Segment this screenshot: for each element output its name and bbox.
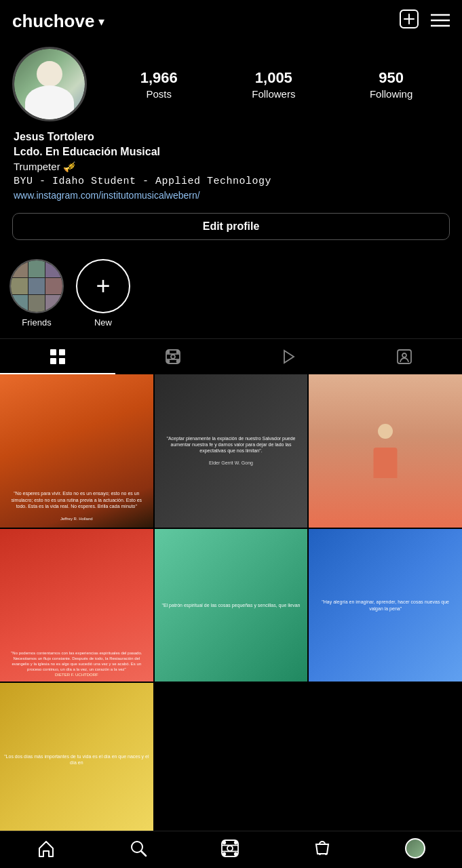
profile-avatar-nav — [405, 838, 425, 859]
svg-point-15 — [177, 361, 179, 363]
post-text-1: "No esperes para vivir. Esto no es un en… — [5, 490, 148, 521]
grid-post-7[interactable]: "Los dos días más importantes de tu vida… — [0, 683, 153, 836]
friends-grid — [11, 260, 62, 312]
following-count: 950 — [379, 69, 404, 87]
svg-rect-8 — [50, 358, 56, 364]
avatar[interactable] — [12, 47, 87, 121]
posts-label: Posts — [146, 88, 172, 100]
posts-count: 1,966 — [140, 69, 178, 87]
svg-point-28 — [235, 853, 237, 856]
grid-post-2[interactable]: "Aceptar plenamente la expiación de nues… — [155, 374, 308, 528]
nav-reels[interactable] — [220, 839, 239, 858]
bottom-navigation — [0, 831, 462, 868]
add-post-icon[interactable] — [400, 9, 419, 33]
tab-tagged[interactable] — [347, 339, 462, 374]
svg-point-27 — [223, 853, 226, 856]
tab-reels[interactable] — [115, 339, 231, 374]
highlight-label-friends: Friends — [22, 317, 51, 328]
highlight-item-friends[interactable]: Friends — [9, 259, 64, 328]
menu-icon[interactable] — [431, 11, 450, 32]
friends-cell — [11, 295, 28, 312]
nav-home[interactable] — [37, 839, 56, 858]
highlight-circle-friends — [9, 259, 64, 313]
svg-rect-19 — [398, 350, 411, 363]
bio-school: BYU - Idaho Student - Applied Technology — [14, 176, 448, 187]
bio-emoji-line: Trumpeter 🎺 — [14, 161, 448, 173]
following-stat[interactable]: 950 Following — [370, 69, 412, 100]
friends-cell — [28, 295, 45, 312]
followers-label: Followers — [252, 88, 295, 100]
post-text-5: "El patrón espiritual de las cosas peque… — [161, 602, 300, 608]
highlight-label-new: New — [94, 317, 112, 328]
svg-rect-9 — [59, 358, 65, 364]
tab-grid[interactable] — [0, 339, 115, 374]
nav-search[interactable] — [129, 839, 148, 858]
friends-cell — [45, 295, 62, 312]
grid-post-3[interactable] — [309, 374, 462, 528]
post-text-7: "Los dos días más importantes de tu vida… — [4, 753, 149, 766]
top-navigation: chuchove ▾ — [0, 0, 462, 40]
highlight-circle-new: + — [76, 259, 130, 313]
friends-cell — [11, 278, 28, 295]
nav-profile[interactable] — [405, 838, 425, 859]
post-text-6: "Hay alegría en imaginar, aprender, hace… — [314, 599, 457, 611]
svg-point-26 — [235, 842, 237, 844]
grid-post-1[interactable]: "No esperes para vivir. Esto no es un en… — [0, 374, 153, 528]
svg-point-14 — [168, 361, 170, 363]
grid-post-5[interactable]: "El patrón espiritual de las cosas peque… — [155, 529, 308, 682]
svg-point-12 — [168, 351, 170, 353]
svg-point-32 — [325, 853, 327, 855]
top-nav-actions — [400, 9, 450, 33]
friends-cell — [28, 260, 45, 277]
svg-point-20 — [402, 353, 406, 357]
followers-stat[interactable]: 1,005 Followers — [252, 69, 295, 100]
nav-shop[interactable] — [313, 839, 332, 858]
svg-point-13 — [177, 351, 179, 353]
svg-point-25 — [223, 842, 226, 844]
grid-post-4[interactable]: "No podemos contentarnos con las experie… — [0, 529, 153, 682]
photo-grid: "No esperes para vivir. Esto no es un en… — [0, 374, 462, 836]
highlights-section: Friends + New — [0, 252, 462, 338]
stats-row: 1,966 Posts 1,005 Followers 950 Followin… — [103, 69, 450, 100]
bio-title: Lcdo. En Educación Musical — [14, 146, 448, 158]
post-text-4: "No podemos contentarnos con las experie… — [4, 651, 149, 677]
friends-cell — [11, 260, 28, 277]
post-text-2: "Aceptar plenamente la expiación de nues… — [160, 435, 303, 466]
profile-top-row: 1,966 Posts 1,005 Followers 950 Followin… — [12, 47, 450, 121]
avatar-image — [14, 49, 85, 119]
friends-cell — [45, 278, 62, 295]
friends-cell — [28, 278, 45, 295]
svg-point-24 — [227, 846, 233, 851]
tabs-section — [0, 338, 462, 374]
svg-line-22 — [141, 851, 146, 856]
profile-section: 1,966 Posts 1,005 Followers 950 Followin… — [0, 40, 462, 252]
username: chuchove — [12, 11, 94, 32]
posts-stat[interactable]: 1,966 Posts — [140, 69, 178, 100]
bio-section: Jesus Tortolero Lcdo. En Educación Music… — [12, 131, 450, 201]
grid-post-6[interactable]: "Hay alegría en imaginar, aprender, hace… — [309, 529, 462, 682]
highlight-item-new[interactable]: + New — [76, 259, 130, 328]
edit-profile-button[interactable]: Edit profile — [12, 213, 450, 240]
friends-cell — [45, 260, 62, 277]
username-area[interactable]: chuchove ▾ — [12, 11, 104, 32]
followers-count: 1,005 — [255, 69, 292, 87]
svg-point-11 — [171, 355, 175, 359]
bio-link[interactable]: www.instagram.com/institutomusicalwebern… — [14, 190, 448, 201]
tab-video[interactable] — [231, 339, 347, 374]
display-name: Jesus Tortolero — [14, 131, 448, 143]
following-label: Following — [370, 88, 412, 100]
svg-point-31 — [319, 853, 321, 855]
svg-rect-7 — [59, 349, 65, 355]
add-highlight-icon: + — [96, 274, 110, 298]
chevron-down-icon[interactable]: ▾ — [98, 14, 104, 29]
svg-rect-6 — [50, 349, 56, 355]
svg-marker-18 — [284, 351, 294, 363]
